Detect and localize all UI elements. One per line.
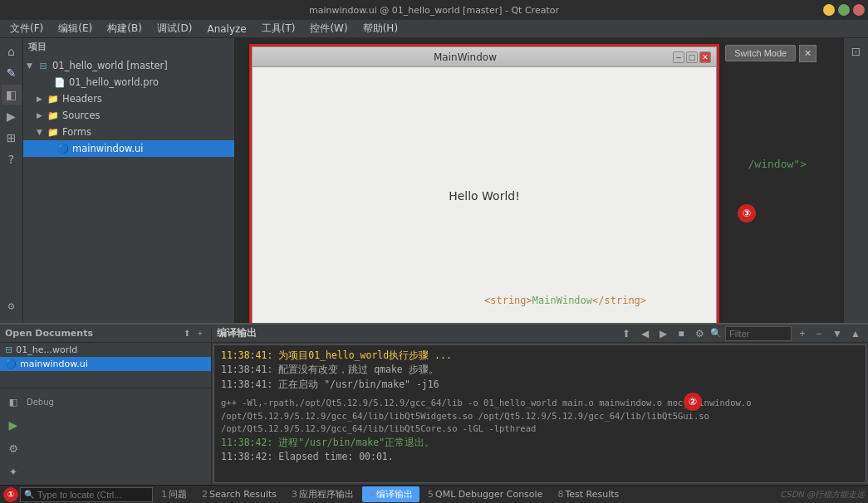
sidebar-debug-icon[interactable]: ▶ <box>2 106 22 126</box>
bottom-debug-label: Debug <box>27 398 54 407</box>
switch-mode-button[interactable]: Switch Mode <box>725 45 796 61</box>
tree-item-pro[interactable]: 📄 01_hello_world.pro <box>23 74 234 90</box>
output-panel-content: 11:38:41: 为项目01_hello_world执行步骤 ... 11:3… <box>212 343 868 485</box>
tree-label-mainwindow-ui: mainwindow.ui <box>72 143 143 154</box>
tab-num-2: 2 <box>202 489 208 500</box>
menu-edit[interactable]: 编辑(E) <box>51 20 99 37</box>
search-icon: 🔍 <box>710 328 722 339</box>
output-settings-button[interactable]: ⚙ <box>692 326 707 341</box>
output-scroll-up-button[interactable]: ⬆ <box>619 326 634 341</box>
sidebar-project-icon[interactable]: ⊞ <box>2 128 22 148</box>
tree-label-sources: Sources <box>62 110 101 121</box>
tree-label-project: 01_hello_world [master] <box>52 60 168 71</box>
tree-item-project[interactable]: ▼ ⊟ 01_hello_world [master] <box>23 57 234 74</box>
bottom-settings-icon[interactable]: ⚙ <box>3 438 23 458</box>
menu-bar: 文件(F) 编辑(E) 构建(B) 调试(D) Analyze 工具(T) 控件… <box>0 20 868 38</box>
tab-label-5: QML Debugger Console <box>435 489 542 500</box>
open-docs-list: ⊟ 01_he...world 🔵 mainwindow.ui ◧ Debug … <box>0 343 212 485</box>
menu-debug[interactable]: 调试(D) <box>150 20 199 37</box>
right-expand-icon[interactable]: ⊡ <box>846 42 866 61</box>
output-stop-button[interactable]: ■ <box>674 326 689 341</box>
output-line-4: g++ -Wl,-rpath,/opt/Qt5.12.9/5.12.9/gcc_… <box>221 397 859 436</box>
preview-minimize-button[interactable]: − <box>673 51 684 63</box>
preview-window-controls: − □ ✕ <box>673 51 711 63</box>
tree-item-sources[interactable]: ▶ 📁 Sources <box>23 107 234 124</box>
open-docs-collapse-button[interactable]: ⬆ <box>181 328 193 339</box>
menu-analyze[interactable]: Analyze <box>200 22 253 37</box>
tab-num-4: 4 <box>369 489 375 500</box>
output-add-button[interactable]: + <box>795 326 810 341</box>
code-snippet-text: /window"> <box>748 158 807 170</box>
menu-controls[interactable]: 控件(W) <box>303 20 354 37</box>
open-doc-item-project[interactable]: ⊟ 01_he...world <box>0 343 211 357</box>
code-snippet: /window"> <box>745 154 810 173</box>
bottom-play-icon[interactable]: ▶ <box>3 415 23 435</box>
center-bottom: ⊟ 01_he...world 🔵 mainwindow.ui ◧ Debug … <box>0 343 868 485</box>
sidebar-help-icon[interactable]: ? <box>2 149 22 169</box>
output-line-1: 11:38:41: 为项目01_hello_world执行步骤 ... <box>221 349 859 363</box>
tab-num-1: 1 <box>161 489 167 500</box>
status-tab-4[interactable]: 4 编译输出 <box>362 486 419 502</box>
switch-mode-close-button[interactable]: ✕ <box>799 45 817 62</box>
open-doc-label-project: 01_he...world <box>16 344 77 355</box>
search-icon-status: 🔍 <box>24 490 34 499</box>
preview-close-button[interactable]: ✕ <box>699 51 711 63</box>
bottom-debug-icon[interactable]: ◧ <box>3 392 23 412</box>
tab-num-8: 8 <box>557 489 563 500</box>
preview-restore-button[interactable]: □ <box>686 51 698 63</box>
status-search-box[interactable]: 🔍 <box>20 487 153 502</box>
output-line-6: 11:38:42: Elapsed time: 00:01. <box>221 450 859 464</box>
status-tab-5[interactable]: 5 QML Debugger Console <box>421 487 549 501</box>
open-docs-header: Open Documents ⬆ + <box>0 328 212 339</box>
tab-label-3: 应用程序输出 <box>299 488 354 501</box>
badge-3: ③ <box>738 204 756 222</box>
output-collapse-button[interactable]: ▼ <box>830 326 845 341</box>
xml-snippet-area: <string>MainWindow</string> <box>484 295 646 306</box>
output-prev-button[interactable]: ◀ <box>637 326 652 341</box>
open-docs-title: Open Documents <box>5 328 93 339</box>
status-tab-8[interactable]: 8 Test Results <box>551 487 625 501</box>
sidebar-design-icon[interactable]: ◧ <box>2 85 22 105</box>
output-next-button[interactable]: ▶ <box>655 326 670 341</box>
output-line-5: 11:38:42: 进程"/usr/bin/make"正常退出。 <box>221 436 859 450</box>
hello-world-label: Hello World! <box>449 189 520 203</box>
output-filter-input[interactable] <box>725 326 792 341</box>
bottom-more-icon[interactable]: ✦ <box>3 461 23 481</box>
tree-label-pro: 01_hello_world.pro <box>69 76 159 88</box>
maximize-button[interactable] <box>838 4 850 16</box>
xml-mainwindow: MainWindow <box>532 295 592 306</box>
open-doc-item-mainwindow[interactable]: 🔵 mainwindow.ui <box>0 357 211 371</box>
locate-input[interactable] <box>37 490 149 500</box>
menu-help[interactable]: 帮助(H) <box>356 20 405 37</box>
sidebar-welcome-icon[interactable]: ⌂ <box>2 42 22 61</box>
tree-item-forms[interactable]: ▼ 📁 Forms <box>23 124 234 140</box>
preview-window-title: MainWindow <box>257 51 673 63</box>
output-maximize-button[interactable]: ▲ <box>848 326 863 341</box>
output-panel-title: 编译输出 <box>217 326 257 340</box>
output-remove-button[interactable]: − <box>812 326 826 341</box>
tree-item-mainwindow-ui[interactable]: 🔵 mainwindow.ui <box>23 140 234 157</box>
output-text-area: 11:38:41: 为项目01_hello_world执行步骤 ... 11:3… <box>213 344 866 483</box>
output-toolbar: ⬆ ◀ ▶ ■ ⚙ 🔍 + − ▼ ▲ <box>619 326 863 341</box>
open-docs-add-button[interactable]: + <box>194 328 206 339</box>
project-tree: ▼ ⊟ 01_hello_world [master] 📄 01_hello_w… <box>23 56 234 323</box>
sidebar-edit-icon[interactable]: ✎ <box>2 63 22 83</box>
window-controls <box>823 4 865 16</box>
open-doc-label-mainwindow: mainwindow.ui <box>20 359 88 369</box>
menu-build[interactable]: 构建(B) <box>101 20 149 37</box>
status-tab-1[interactable]: 1 问题 <box>154 486 194 502</box>
tree-item-headers[interactable]: ▶ 📁 Headers <box>23 90 234 107</box>
status-tab-2[interactable]: 2 Search Results <box>195 487 283 501</box>
sidebar-extra-icon[interactable]: ⚙ <box>2 296 22 316</box>
tab-label-1: 问题 <box>169 488 187 501</box>
left-sidebar: ⌂ ✎ ◧ ▶ ⊞ ? ⚙ <box>0 38 23 323</box>
tab-label-2: Search Results <box>209 489 277 500</box>
close-button[interactable] <box>853 4 865 16</box>
open-docs-header-row: Open Documents ⬆ + 编译输出 ⬆ ◀ ▶ ■ ⚙ 🔍 + − <box>0 325 868 343</box>
menu-file[interactable]: 文件(F) <box>3 20 50 37</box>
minimize-button[interactable] <box>823 4 835 16</box>
status-tab-3[interactable]: 3 应用程序输出 <box>285 486 360 502</box>
title-bar: mainwindow.ui @ 01_hello_world [master] … <box>0 0 868 20</box>
tab-num-3: 3 <box>292 489 297 500</box>
menu-tools[interactable]: 工具(T) <box>255 20 302 37</box>
